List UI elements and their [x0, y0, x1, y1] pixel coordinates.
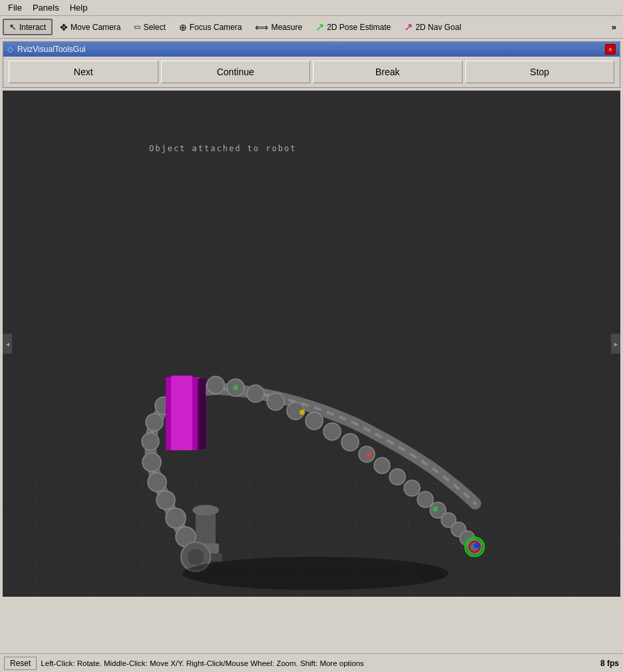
status-hint-text: Left-Click: Rotate. Middle-Click: Move X…: [41, 659, 596, 667]
break-button[interactable]: Break: [313, 61, 463, 83]
svg-point-43: [341, 434, 359, 451]
measure-icon: ⟺: [255, 22, 268, 33]
svg-point-67: [182, 557, 449, 590]
toolbar-select-button[interactable]: ▭ Select: [128, 20, 171, 35]
focus-camera-icon: ⊕: [179, 22, 187, 33]
menu-panels[interactable]: Panels: [27, 1, 65, 14]
svg-point-27: [166, 508, 186, 528]
svg-point-47: [404, 480, 420, 496]
svg-point-58: [433, 506, 438, 511]
svg-rect-1: [3, 91, 620, 597]
svg-rect-64: [198, 378, 206, 449]
scene-status-text: Object attached to robot: [149, 144, 296, 153]
svg-point-42: [323, 423, 341, 440]
svg-point-55: [233, 385, 238, 390]
svg-point-32: [146, 414, 163, 431]
toolbar-measure-label: Measure: [271, 23, 302, 32]
stop-button[interactable]: Stop: [465, 61, 615, 83]
svg-point-36: [207, 376, 224, 394]
panel-titlebar: ◇ RvizVisualToolsGui ×: [3, 42, 620, 57]
svg-point-66: [188, 549, 204, 565]
menu-file[interactable]: File: [3, 1, 27, 14]
svg-point-48: [417, 492, 433, 507]
toolbar-more-button[interactable]: »: [608, 20, 620, 34]
svg-point-29: [148, 473, 166, 492]
panel-window: ◇ RvizVisualToolsGui × Next Continue Bre…: [3, 41, 620, 88]
fps-display: 8 fps: [600, 659, 619, 668]
menu-help[interactable]: Help: [65, 1, 93, 14]
panel-close-button[interactable]: ×: [605, 44, 616, 55]
pose-estimate-icon: ↗: [315, 21, 324, 33]
toolbar-interact-button[interactable]: ↖ Interact: [3, 19, 53, 35]
svg-point-57: [366, 452, 371, 458]
svg-point-56: [300, 410, 305, 415]
buttons-row: Next Continue Break Stop: [3, 57, 620, 87]
toolbar-nav-goal-button[interactable]: ↗ 2D Nav Goal: [398, 18, 467, 36]
reset-button[interactable]: Reset: [4, 657, 37, 670]
viewport-arrow-left[interactable]: ◂: [3, 334, 12, 354]
statusbar: Reset Left-Click: Rotate. Middle-Click: …: [0, 653, 623, 672]
toolbar: ↖ Interact ✥ Move Camera ▭ Select ⊕ Focu…: [0, 16, 623, 39]
toolbar-measure-button[interactable]: ⟺ Measure: [249, 19, 308, 35]
viewport-arrow-right[interactable]: ▸: [611, 334, 620, 354]
continue-button[interactable]: Continue: [161, 61, 311, 83]
toolbar-focus-camera-button[interactable]: ⊕ Focus Camera: [173, 19, 248, 35]
svg-point-28: [156, 491, 175, 509]
svg-point-23: [192, 505, 219, 515]
svg-point-61: [474, 543, 479, 548]
toolbar-move-camera-label: Move Camera: [71, 23, 120, 32]
menubar: File Panels Help: [0, 0, 623, 16]
panel-icon: ◇: [7, 45, 13, 54]
toolbar-pose-estimate-button[interactable]: ↗ 2D Pose Estimate: [310, 18, 397, 36]
svg-point-45: [374, 458, 390, 474]
select-icon: ▭: [134, 23, 140, 31]
next-button[interactable]: Next: [9, 61, 158, 83]
toolbar-move-camera-button[interactable]: ✥ Move Camera: [54, 19, 126, 35]
toolbar-pose-estimate-label: 2D Pose Estimate: [327, 23, 391, 32]
toolbar-nav-goal-label: 2D Nav Goal: [415, 23, 461, 32]
toolbar-interact-label: Interact: [19, 23, 46, 32]
grid-canvas: [3, 91, 620, 597]
svg-point-30: [142, 453, 161, 472]
panel-title-text: RvizVisualToolsGui: [17, 45, 86, 54]
svg-point-38: [247, 385, 264, 402]
viewport[interactable]: Object attached to robot ◂ ▸: [3, 91, 620, 597]
nav-goal-icon: ↗: [404, 21, 413, 33]
toolbar-select-label: Select: [143, 23, 165, 32]
toolbar-focus-camera-label: Focus Camera: [190, 23, 242, 32]
panel-title: ◇ RvizVisualToolsGui: [7, 45, 86, 54]
svg-rect-63: [171, 376, 192, 450]
interact-icon: ↖: [9, 22, 17, 32]
move-camera-icon: ✥: [60, 22, 68, 33]
svg-point-31: [142, 433, 159, 450]
svg-point-39: [267, 393, 284, 410]
svg-point-41: [306, 412, 323, 430]
svg-point-46: [389, 469, 405, 485]
